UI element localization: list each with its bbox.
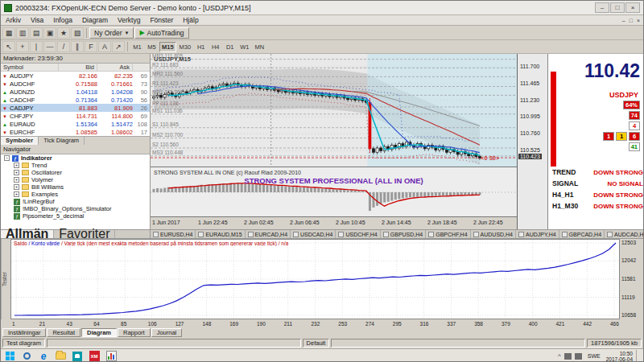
- tester-tab-inst-llningar[interactable]: Inställningar: [2, 328, 46, 337]
- chart-tab-audcad-h4[interactable]: AUDCAD,H4: [605, 230, 643, 238]
- new-chart-icon[interactable]: ▦: [2, 27, 15, 39]
- timeframe-h4[interactable]: H4: [208, 42, 222, 52]
- chart-tab-eurcad-h4[interactable]: EURCAD,H4: [246, 230, 291, 238]
- tree-group-examples[interactable]: +Examples: [1, 191, 150, 198]
- timeframe-m15[interactable]: M15: [159, 42, 176, 52]
- navigator-tab-allm-n[interactable]: Allmän: [1, 230, 54, 238]
- tree-group-bill-williams[interactable]: +Bill Williams: [1, 183, 150, 191]
- tester-vertical-label[interactable]: Tester: [1, 239, 10, 319]
- child-restore-button[interactable]: □: [630, 18, 633, 23]
- chart-tab-eurusd-h4[interactable]: EURUSD,H4: [151, 230, 196, 238]
- store-icon[interactable]: [70, 350, 85, 362]
- table-row-eurchf[interactable]: EURCHF▼1.085851.0860217: [1, 128, 150, 136]
- indicator-chart[interactable]: STRONG SYSTEM ALL IN ONE (c) Raouf Riad …: [151, 167, 517, 216]
- tree-leaf-pipsometer-5-decimal[interactable]: ƒPipsometer_5_decimal: [1, 212, 150, 220]
- market-watch-tab-symboler[interactable]: Symboler: [1, 137, 39, 145]
- file-explorer-icon[interactable]: [53, 350, 68, 362]
- horizontal-line-icon[interactable]: —: [43, 41, 56, 52]
- chart-tab-audusd-h4[interactable]: AUDUSD,H4: [471, 230, 516, 238]
- chart-tab-gbpchf-h4[interactable]: GBPCHF,H4: [426, 230, 470, 238]
- profiles-icon[interactable]: ▥: [16, 27, 29, 39]
- tree-group-volymer[interactable]: +Volymer: [1, 176, 150, 183]
- menu-verktyg[interactable]: Verktyg: [113, 16, 145, 24]
- tester-tab-journal[interactable]: Journal: [151, 328, 183, 337]
- metatrader-icon[interactable]: [104, 350, 118, 362]
- tree-root-indikatorer[interactable]: -ƒIndikatorer: [1, 154, 150, 162]
- column-ask[interactable]: Ask: [97, 64, 133, 71]
- timeframe-h1[interactable]: H1: [194, 42, 208, 52]
- timeframe-d1[interactable]: D1: [223, 42, 237, 52]
- table-row-audjpy[interactable]: AUDJPY▼82.16682.23569: [1, 72, 150, 80]
- minimize-button[interactable]: –: [595, 2, 609, 13]
- expand-icon[interactable]: +: [14, 162, 19, 168]
- menu-infoga[interactable]: Infoga: [48, 16, 77, 24]
- child-minimize-button[interactable]: –: [622, 18, 625, 23]
- fibonacci-icon[interactable]: F: [85, 41, 97, 52]
- table-row-euraud[interactable]: EURAUD▲1.513641.51472108: [1, 120, 150, 128]
- chart-tab-audjpy-h4[interactable]: AUDJPY,H4: [516, 230, 559, 238]
- channel-icon[interactable]: ∥: [71, 41, 84, 52]
- show-desktop-button[interactable]: [636, 350, 639, 362]
- expand-icon[interactable]: +: [14, 191, 19, 197]
- table-row-audchf[interactable]: AUDCHF▼0.715880.7166173: [1, 80, 150, 88]
- arrows-icon[interactable]: ↗: [112, 41, 125, 52]
- status-profile[interactable]: Default: [303, 339, 330, 348]
- main-chart[interactable]: MR3 111.805R2 111.683MR2 111.560R1 111.4…: [151, 54, 517, 167]
- tree-group-oscillatorer[interactable]: +Oscillatorer: [1, 169, 150, 176]
- xm-icon[interactable]: XM: [87, 350, 101, 362]
- crosshair-icon[interactable]: +: [16, 41, 29, 52]
- taskbar-clock[interactable]: 10:50 2017-06-04: [606, 351, 633, 362]
- timeframe-m30[interactable]: M30: [177, 42, 194, 52]
- menu-hj-lp[interactable]: Hjälp: [178, 16, 203, 24]
- tray-expand-icon[interactable]: ^: [558, 352, 561, 360]
- tester-tab-diagram[interactable]: Diagram: [81, 328, 117, 337]
- tester-tab-rapport[interactable]: Rapport: [118, 328, 151, 337]
- menu-f-nster[interactable]: Fönster: [145, 16, 178, 24]
- tree-leaf-linregrbuf[interactable]: ƒ!LinRegrBuf: [1, 198, 150, 205]
- navigator-tab-favoriter[interactable]: Favoriter: [54, 230, 115, 238]
- table-row-audnzd[interactable]: AUDNZD▲1.041181.0420890: [1, 88, 150, 96]
- new-order-button[interactable]: Ny Order ▼: [89, 27, 134, 39]
- chart-tab-euraud-m15[interactable]: EURAUD,M15: [196, 230, 245, 238]
- tree-leaf-mbo-binary-options-simulator[interactable]: ƒ!MBO_Binary_Options_Simulator: [1, 205, 150, 212]
- column-bid[interactable]: Bid: [59, 64, 97, 71]
- chart-tab-usdchf-h4[interactable]: USDCHF,H4: [336, 230, 380, 238]
- data-window-icon[interactable]: ▣: [43, 27, 56, 39]
- cursor-icon[interactable]: ↖: [2, 41, 15, 52]
- vertical-line-icon[interactable]: |: [30, 41, 43, 52]
- navigator-icon[interactable]: ★: [57, 27, 70, 39]
- expand-icon[interactable]: +: [14, 184, 19, 190]
- menu-diagram[interactable]: Diagram: [77, 16, 113, 24]
- close-button[interactable]: ×: [625, 2, 640, 13]
- expand-icon[interactable]: +: [14, 170, 19, 175]
- autotrading-button[interactable]: ▶ AutoTrading: [134, 27, 188, 39]
- network-icon[interactable]: [564, 353, 572, 360]
- table-row-cadjpy[interactable]: CADJPY▼81.88381.90926: [1, 104, 150, 112]
- menu-visa[interactable]: Visa: [26, 16, 48, 24]
- edge-icon[interactable]: e: [36, 350, 51, 362]
- child-close-button[interactable]: ×: [637, 18, 640, 23]
- timeframe-m5[interactable]: M5: [145, 42, 159, 52]
- price-scale[interactable]: 111.700111.465111.230110.995110.760110.5…: [517, 54, 548, 229]
- restore-button[interactable]: □: [610, 2, 625, 13]
- chart-tab-gbpcad-h4[interactable]: GBPCAD,H4: [559, 230, 605, 238]
- timeframe-m1[interactable]: M1: [130, 42, 144, 52]
- column-symbol[interactable]: Symbol: [1, 64, 59, 71]
- tester-tab-resultat[interactable]: Resultat: [47, 328, 80, 337]
- timeframe-w1[interactable]: W1: [237, 42, 251, 52]
- chart-tab-usdcad-h4[interactable]: USDCAD,H4: [291, 230, 336, 238]
- market-watch-icon[interactable]: ▤: [30, 27, 43, 39]
- chart-tab-gbpusd-h4[interactable]: GBPUSD,H4: [381, 230, 426, 238]
- trendline-icon[interactable]: /: [57, 41, 70, 52]
- market-watch-tab-tick-diagram[interactable]: Tick Diagram: [39, 137, 85, 145]
- tester-chart[interactable]: [10, 239, 620, 319]
- language-indicator[interactable]: SWE: [585, 353, 603, 359]
- table-row-cadchf[interactable]: CADCHF▲0.713640.7142056: [1, 96, 150, 104]
- cortana-icon[interactable]: [19, 350, 34, 362]
- collapse-icon[interactable]: -: [4, 155, 10, 161]
- start-button[interactable]: [2, 350, 17, 362]
- table-row-chfjpy[interactable]: CHFJPY▼114.731114.80069: [1, 112, 150, 120]
- expand-icon[interactable]: +: [14, 177, 19, 183]
- terminal-icon[interactable]: ▧: [71, 27, 84, 39]
- text-icon[interactable]: A: [98, 41, 111, 52]
